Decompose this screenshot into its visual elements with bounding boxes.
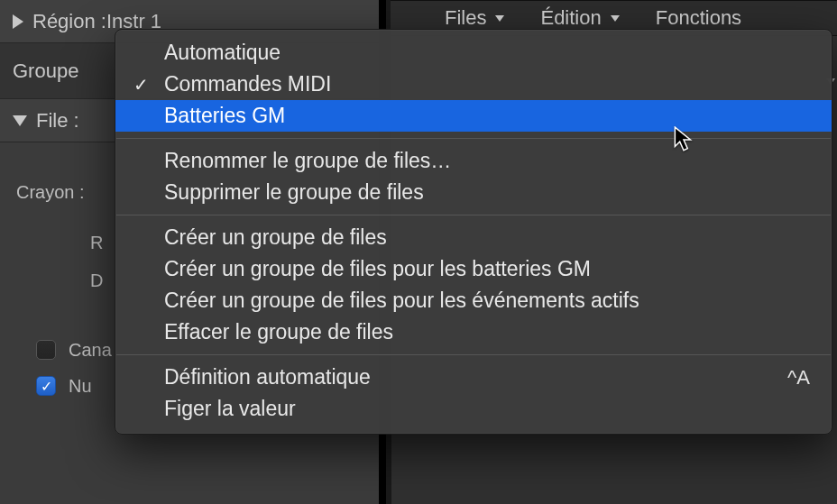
param-r-label: R	[90, 233, 103, 253]
chevron-down-icon	[611, 15, 620, 22]
menu-item[interactable]: Batteries GM	[115, 100, 832, 132]
menu-item[interactable]: Créer un groupe de files pour les batter…	[115, 253, 832, 285]
menu-item-shortcut: ^A	[787, 366, 810, 389]
menu-item[interactable]: Automatique	[115, 37, 832, 69]
menu-separator	[116, 215, 831, 215]
tab-edit-label: Édition	[540, 6, 601, 30]
crayon-label: Crayon :	[16, 182, 85, 203]
menu-item[interactable]: Supprimer le groupe de files	[115, 177, 832, 208]
region-label: Région :	[32, 10, 106, 33]
checkbox-checked-icon[interactable]: ✓	[36, 376, 56, 396]
param-d-label: D	[90, 270, 103, 291]
menu-item[interactable]: Créer un groupe de files	[115, 222, 832, 253]
menu-item-label: Supprimer le groupe de files	[164, 180, 424, 205]
tab-files-label: Files	[445, 6, 486, 30]
menu-item-label: Effacer le groupe de files	[164, 320, 393, 344]
menu-item[interactable]: Figer la valeur	[115, 393, 832, 425]
menu-item[interactable]: Créer un groupe de files pour les événem…	[115, 285, 832, 316]
nu-label: Nu	[69, 376, 92, 397]
menu-item[interactable]: Définition automatique^A	[115, 362, 832, 393]
menu-separator	[116, 138, 831, 139]
tab-files[interactable]: Files	[445, 6, 504, 30]
cana-label: Cana	[69, 340, 112, 361]
menu-item-label: Automatique	[164, 41, 281, 65]
check-icon: ✓	[133, 74, 149, 96]
menu-item-label: Créer un groupe de files	[164, 225, 387, 250]
group-label: Groupe	[13, 60, 78, 83]
disclosure-right-icon	[13, 14, 23, 29]
menu-item-label: Créer un groupe de files pour les événem…	[164, 289, 639, 313]
tab-functions-label: Fonctions	[656, 6, 741, 30]
tab-functions[interactable]: Fonctions	[656, 6, 741, 30]
menu-item-label: Créer un groupe de files pour les batter…	[164, 257, 591, 281]
menu-item-label: Commandes MIDI	[164, 72, 331, 96]
chevron-down-icon	[495, 15, 504, 22]
file-label: File :	[36, 109, 79, 133]
menu-item-label: Définition automatique	[164, 365, 371, 389]
tab-edit[interactable]: Édition	[540, 6, 619, 30]
menu-item-label: Figer la valeur	[164, 397, 296, 421]
menu-item-label: Batteries GM	[164, 104, 285, 128]
menu-item[interactable]: ✓Commandes MIDI	[115, 69, 832, 100]
disclosure-down-icon	[13, 115, 27, 126]
context-menu: Automatique✓Commandes MIDIBatteries GMRe…	[115, 29, 832, 435]
menu-item-label: Renommer le groupe de files…	[164, 149, 451, 173]
menu-item[interactable]: Effacer le groupe de files	[115, 316, 832, 348]
checkbox-unchecked-icon[interactable]	[36, 340, 56, 360]
menu-item[interactable]: Renommer le groupe de files…	[115, 145, 832, 177]
menu-separator	[116, 354, 831, 355]
